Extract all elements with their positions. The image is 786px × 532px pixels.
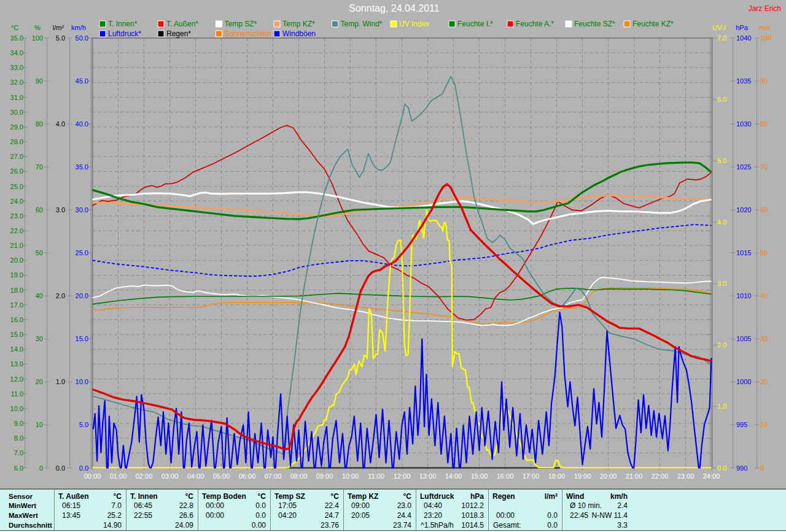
svg-text:04:00: 04:00 — [187, 472, 204, 480]
svg-text:Temp KZ: Temp KZ — [348, 492, 378, 501]
svg-text:09:00: 09:00 — [351, 501, 370, 510]
svg-text:17:05: 17:05 — [278, 501, 297, 510]
svg-text:Feuchte SZ*: Feuchte SZ* — [574, 20, 615, 28]
svg-text:30: 30 — [760, 335, 768, 342]
svg-text:Ø 10 min.: Ø 10 min. — [570, 501, 602, 510]
svg-text:20:05: 20:05 — [351, 511, 370, 520]
svg-text:Windböen: Windböen — [282, 29, 316, 38]
svg-text:Feuchte I.*: Feuchte I.* — [457, 20, 493, 28]
svg-text:90: 90 — [36, 77, 43, 85]
svg-text:UV Index: UV Index — [399, 20, 429, 28]
svg-text:80: 80 — [760, 120, 768, 128]
svg-text:07:00: 07:00 — [265, 472, 282, 480]
svg-text:hPa: hPa — [470, 492, 484, 501]
svg-text:23.76: 23.76 — [321, 521, 339, 530]
svg-text:16.0: 16.0 — [10, 316, 23, 323]
svg-text:0.0: 0.0 — [255, 511, 266, 520]
svg-text:Feuchte A.*: Feuchte A.* — [516, 20, 554, 28]
svg-text:30.0: 30.0 — [10, 109, 23, 116]
svg-text:20: 20 — [760, 378, 768, 385]
svg-text:1030: 1030 — [736, 120, 751, 128]
svg-text:22.0: 22.0 — [10, 227, 23, 234]
svg-text:Regen: Regen — [492, 492, 515, 501]
svg-text:9.0: 9.0 — [14, 420, 23, 427]
svg-text:1.0: 1.0 — [56, 378, 65, 385]
svg-text:4.0: 4.0 — [717, 218, 726, 226]
svg-text:17.0: 17.0 — [10, 301, 23, 309]
svg-text:Feuchte KZ*: Feuchte KZ* — [632, 20, 674, 28]
svg-text:MaxWert: MaxWert — [9, 512, 38, 519]
svg-text:18.0: 18.0 — [10, 287, 23, 294]
svg-text:1025: 1025 — [736, 163, 751, 171]
svg-text:60: 60 — [36, 206, 43, 214]
svg-text:2.4: 2.4 — [617, 501, 628, 510]
svg-text:1010: 1010 — [736, 292, 751, 299]
svg-text:2.0: 2.0 — [56, 292, 65, 299]
svg-text:02:00: 02:00 — [136, 472, 153, 480]
svg-text:min: min — [759, 24, 770, 31]
svg-text:06:00: 06:00 — [239, 472, 256, 480]
svg-text:17:00: 17:00 — [523, 472, 540, 480]
svg-text:Sonntag, 24.04.2011: Sonntag, 24.04.2011 — [349, 3, 439, 13]
svg-text:04:40: 04:40 — [424, 501, 442, 510]
svg-text:13:45: 13:45 — [62, 511, 80, 520]
svg-text:14.90: 14.90 — [103, 521, 122, 530]
svg-text:45.0: 45.0 — [76, 77, 88, 85]
svg-text:27.0: 27.0 — [10, 153, 23, 160]
svg-text:25.0: 25.0 — [10, 183, 23, 190]
svg-text:N-NW 11.4: N-NW 11.4 — [592, 511, 628, 520]
svg-text:05:00: 05:00 — [213, 472, 230, 480]
svg-text:16:00: 16:00 — [497, 472, 514, 480]
svg-text:10.0: 10.0 — [10, 405, 23, 412]
svg-text:70: 70 — [760, 163, 768, 171]
svg-text:22:55: 22:55 — [134, 511, 152, 520]
svg-text:40.0: 40.0 — [76, 120, 88, 128]
svg-text:33.0: 33.0 — [10, 64, 23, 71]
svg-text:21:00: 21:00 — [626, 472, 643, 480]
svg-text:1035: 1035 — [736, 77, 751, 85]
svg-text:11:00: 11:00 — [368, 472, 384, 480]
svg-text:1005: 1005 — [736, 335, 751, 342]
svg-text:1000: 1000 — [736, 378, 751, 385]
svg-text:4.0: 4.0 — [56, 120, 65, 128]
svg-text:0: 0 — [39, 465, 43, 472]
svg-text:MinWert: MinWert — [9, 502, 36, 509]
svg-text:20.0: 20.0 — [76, 292, 88, 299]
svg-text:15.0: 15.0 — [76, 335, 88, 342]
svg-text:Temp Boden: Temp Boden — [202, 492, 246, 501]
svg-text:T. Innen*: T. Innen* — [108, 20, 138, 28]
svg-text:0.0: 0.0 — [56, 465, 65, 472]
svg-text:1012.2: 1012.2 — [461, 501, 484, 510]
svg-text:Temp SZ*: Temp SZ* — [225, 20, 257, 28]
svg-text:19:00: 19:00 — [574, 472, 591, 480]
svg-text:14.0: 14.0 — [10, 345, 23, 353]
svg-text:0.0: 0.0 — [547, 521, 558, 530]
svg-text:22.8: 22.8 — [179, 501, 194, 510]
svg-text:13:00: 13:00 — [419, 472, 437, 480]
svg-text:23:00: 23:00 — [677, 472, 695, 480]
svg-text:1.0: 1.0 — [717, 403, 726, 410]
svg-text:11.0: 11.0 — [10, 390, 23, 398]
svg-text:26.0: 26.0 — [10, 168, 23, 175]
svg-text:0.0: 0.0 — [255, 501, 266, 510]
svg-text:20:00: 20:00 — [600, 472, 617, 480]
svg-text:UV-I: UV-I — [712, 24, 725, 31]
svg-text:100: 100 — [760, 34, 771, 42]
svg-text:24:00: 24:00 — [703, 472, 720, 480]
svg-text:70: 70 — [36, 163, 43, 171]
svg-text:08:00: 08:00 — [290, 472, 308, 480]
svg-text:00:00: 00:00 — [496, 511, 515, 520]
svg-text:03:00: 03:00 — [161, 472, 179, 480]
svg-text:3.0: 3.0 — [717, 280, 726, 287]
svg-text:25.2: 25.2 — [107, 511, 122, 520]
svg-text:50: 50 — [760, 249, 768, 256]
svg-text:06:45: 06:45 — [134, 501, 152, 510]
svg-text:Sonnenschein: Sonnenschein — [225, 29, 271, 38]
svg-text:7.0: 7.0 — [111, 501, 122, 510]
svg-text:18:00: 18:00 — [548, 472, 566, 480]
svg-text:°C: °C — [11, 24, 18, 31]
svg-text:15:00: 15:00 — [471, 472, 488, 480]
svg-text:Luftdruck: Luftdruck — [420, 492, 454, 501]
svg-text:5.0: 5.0 — [56, 34, 65, 42]
svg-text:3.0: 3.0 — [56, 206, 65, 214]
